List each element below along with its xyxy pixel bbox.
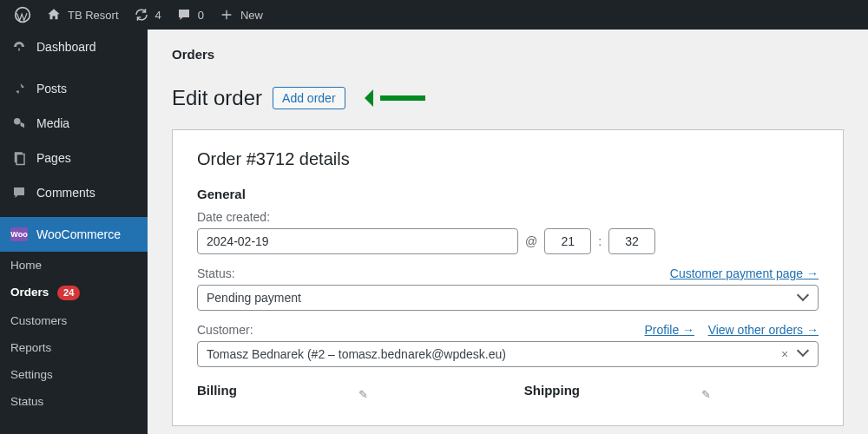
view-orders-link[interactable]: View other orders: [708, 323, 819, 337]
plus-icon: [218, 6, 235, 23]
payment-page-link[interactable]: Customer payment page: [670, 266, 819, 280]
menu-comments[interactable]: Comments: [0, 175, 148, 210]
menu-label: Dashboard: [36, 40, 96, 54]
submenu-settings[interactable]: Settings: [0, 361, 148, 388]
dashboard-icon: [10, 38, 28, 56]
submenu-orders[interactable]: Orders 24: [0, 279, 148, 307]
menu-label: Pages: [36, 151, 71, 165]
time-colon: :: [598, 234, 602, 248]
updates-link[interactable]: 4: [126, 6, 168, 23]
submenu-customers[interactable]: Customers: [0, 307, 148, 334]
customer-label: Customer:: [197, 323, 253, 337]
edit-shipping-icon[interactable]: ✎: [701, 388, 711, 401]
billing-title: Billing: [197, 383, 237, 398]
menu-pages[interactable]: Pages: [0, 141, 148, 175]
chevron-down-icon: [799, 348, 809, 358]
wp-logo[interactable]: [7, 6, 38, 23]
menu-label: Comments: [36, 186, 95, 200]
at-symbol: @: [525, 234, 537, 248]
submenu-status[interactable]: Status: [0, 388, 148, 415]
menu-woocommerce[interactable]: Woo WooCommerce: [0, 217, 148, 252]
media-icon: [10, 115, 28, 132]
new-label: New: [240, 9, 263, 22]
chevron-down-icon: [799, 293, 809, 303]
wordpress-icon: [14, 6, 31, 23]
orders-badge: 24: [57, 286, 80, 300]
menu-dashboard[interactable]: Dashboard: [0, 30, 148, 64]
hour-input[interactable]: [544, 228, 591, 254]
status-select[interactable]: Pending payment: [197, 285, 819, 311]
shipping-title: Shipping: [524, 383, 580, 398]
new-link[interactable]: New: [211, 6, 270, 23]
date-input[interactable]: [197, 228, 518, 254]
pages-icon: [10, 149, 28, 167]
menu-media[interactable]: Media: [0, 106, 148, 141]
date-label: Date created:: [197, 210, 819, 224]
comment-icon: [10, 184, 28, 201]
panel-title: Order #3712 details: [197, 149, 819, 169]
order-details-panel: Order #3712 details General Date created…: [172, 129, 844, 426]
pin-icon: [10, 80, 28, 97]
submenu-home[interactable]: Home: [0, 252, 148, 279]
svg-rect-3: [16, 155, 24, 165]
comments-count: 0: [198, 9, 204, 22]
menu-label: WooCommerce: [36, 227, 121, 241]
comment-icon: [175, 6, 193, 23]
annotation-arrow: [365, 92, 425, 104]
woocommerce-icon: Woo: [10, 226, 28, 243]
svg-point-1: [14, 118, 21, 125]
menu-label: Posts: [36, 82, 67, 95]
page-title: Edit order: [172, 86, 262, 110]
customer-value: Tomasz Bednarek (#2 – tomasz.bednarek@wp…: [207, 347, 506, 361]
customer-select[interactable]: Tomasz Bednarek (#2 – tomasz.bednarek@wp…: [197, 341, 819, 367]
general-section-title: General: [197, 187, 819, 201]
menu-label: Media: [36, 116, 69, 130]
comments-link[interactable]: 0: [168, 6, 211, 23]
menu-posts[interactable]: Posts: [0, 71, 148, 106]
submenu-reports[interactable]: Reports: [0, 334, 148, 361]
updates-count: 4: [155, 9, 161, 22]
site-link[interactable]: TB Resort: [38, 6, 126, 23]
home-icon: [45, 6, 62, 23]
minute-input[interactable]: [608, 228, 655, 254]
status-value: Pending payment: [207, 291, 301, 305]
add-order-button[interactable]: Add order: [273, 87, 345, 109]
refresh-icon: [133, 6, 150, 23]
site-name: TB Resort: [68, 9, 119, 22]
breadcrumb: Orders: [172, 47, 844, 62]
clear-customer-icon[interactable]: ×: [781, 347, 788, 361]
edit-billing-icon[interactable]: ✎: [358, 388, 368, 401]
profile-link[interactable]: Profile: [645, 323, 695, 337]
submenu-label: Orders: [10, 286, 49, 299]
status-label: Status:: [197, 266, 235, 280]
